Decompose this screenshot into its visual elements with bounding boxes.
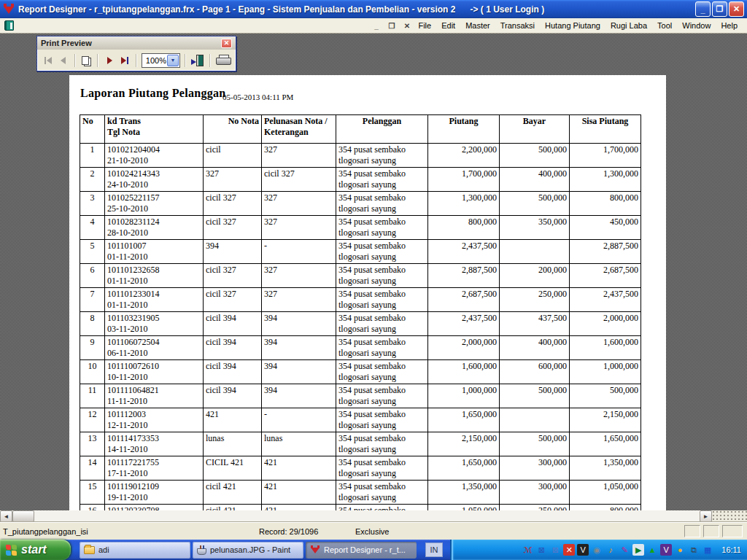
red-scribble-icon[interactable]: ℳ xyxy=(522,544,533,556)
table-row: 9 10110607250406-11-2010 cicil 394 394 3… xyxy=(80,336,641,360)
restore-button[interactable]: ❐ xyxy=(712,1,727,17)
last-page-button[interactable] xyxy=(118,52,131,69)
close-preview-button[interactable] xyxy=(190,52,205,69)
cell-nonota: cicil 327 xyxy=(204,216,262,240)
cell-sisa: 1,700,000 xyxy=(570,144,641,168)
cell-piutang: 2,000,000 xyxy=(428,336,500,360)
goto-page-button[interactable] xyxy=(80,52,93,69)
scroll-left-button[interactable]: ◄ xyxy=(0,510,12,522)
table-row: 2 10102421434324-10-2010 327 cicil 327 3… xyxy=(80,168,641,192)
previous-page-icon xyxy=(61,57,66,64)
menu-item[interactable]: Help xyxy=(716,19,743,32)
scrollbar-thumb[interactable] xyxy=(12,510,34,522)
taskbar-task-button[interactable]: Report Designer - r_t... xyxy=(306,542,417,559)
cell-bayar: 250,000 xyxy=(500,505,570,511)
cell-nonota: cicil xyxy=(204,144,262,168)
keyboard-icon[interactable]: ▦ xyxy=(702,544,713,556)
cell-nonota: 421 xyxy=(204,408,262,432)
menu-item[interactable]: Tool xyxy=(652,19,677,32)
taskbar: start adi pelunasan.JPG - Paint Report D… xyxy=(0,540,747,560)
cell-no: 2 xyxy=(80,168,105,192)
cell-bayar: 300,000 xyxy=(500,456,570,481)
scroll-right-button[interactable]: ► xyxy=(700,510,712,522)
cell-sisa: 800,000 xyxy=(570,505,641,511)
mdi-close-button[interactable]: ✕ xyxy=(400,20,413,31)
cell-pelunasan: cicil 327 xyxy=(262,168,336,192)
system-tray: ℳ⊠⊠✕V◉♪✎▶▲V●⧉▦ 16:11 xyxy=(450,540,747,560)
menu-item[interactable]: Transaksi xyxy=(495,19,540,32)
column-header-sisa: Sisa Piutang xyxy=(570,115,641,144)
mdi-restore-button[interactable]: ❐ xyxy=(385,20,398,31)
cell-pelunasan: 327 xyxy=(262,144,336,168)
menu-item[interactable]: Master xyxy=(460,19,495,32)
cell-pelanggan: 354 pusat sembakotlogosari sayung xyxy=(336,168,428,192)
minimize-button[interactable]: _ xyxy=(695,1,711,17)
print-preview-close-button[interactable]: ✕ xyxy=(221,39,232,48)
cell-kdtrans: 10110100701-11-2010 xyxy=(105,240,204,264)
print-preview-titlebar[interactable]: Print Preview ✕ xyxy=(37,36,236,50)
close-preview-door-icon xyxy=(191,55,204,66)
toolbar-separator xyxy=(97,54,98,67)
cell-no: 13 xyxy=(80,432,105,456)
cell-kdtrans: 10111106482111-11-2010 xyxy=(105,384,204,408)
report-timestamp: 05-05-2013 04:11 PM xyxy=(222,93,293,101)
database-play-icon[interactable]: ▶ xyxy=(632,544,644,556)
resize-grip[interactable] xyxy=(712,510,747,522)
scrollbar-track[interactable] xyxy=(34,510,700,522)
pen-icon[interactable]: ✎ xyxy=(619,544,630,556)
dual-monitor-icon[interactable]: ⧉ xyxy=(688,544,700,556)
table-row: 16 10112023070820-11-2010 cicil 421 421 … xyxy=(80,505,641,511)
menu-item[interactable]: File xyxy=(413,19,436,32)
menu-item[interactable]: Hutang Piutang xyxy=(540,19,605,32)
cell-sisa: 2,887,500 xyxy=(570,240,641,264)
cell-pelunasan: 327 xyxy=(262,216,336,240)
cell-piutang: 1,300,000 xyxy=(428,192,500,216)
menu-item[interactable]: Edit xyxy=(436,19,460,32)
print-button[interactable] xyxy=(215,52,231,69)
cell-nonota: cicil 394 xyxy=(204,384,262,408)
yellow-ball-icon[interactable]: ● xyxy=(674,544,686,556)
cell-pelunasan: 327 xyxy=(262,192,336,216)
horizontal-scrollbar[interactable]: ◄ ► xyxy=(0,510,747,522)
zoom-combobox[interactable]: 100% ▼ xyxy=(142,53,180,68)
cell-pelanggan: 354 pusat sembakotlogosari sayung xyxy=(336,192,428,216)
table-row: 7 10110123301401-11-2010 cicil 327 327 3… xyxy=(80,288,641,312)
clock[interactable]: 16:11 xyxy=(721,545,741,554)
cell-no: 1 xyxy=(80,144,105,168)
foxpro-app-icon xyxy=(3,4,15,15)
previous-page-button[interactable] xyxy=(57,52,70,69)
cell-kdtrans: 10102823112428-10-2010 xyxy=(105,216,204,240)
report-table: No kd TransTgl Nota No Nota Pelunasan No… xyxy=(80,114,641,510)
menubar: _ ❐ ✕ FileEditMasterTransaksiHutang Piut… xyxy=(0,18,747,34)
cell-piutang: 800,000 xyxy=(428,216,500,240)
vnc-icon[interactable]: V xyxy=(577,544,589,556)
menu-item[interactable]: Window xyxy=(677,19,716,32)
network-error-icon[interactable]: ⊠ xyxy=(535,544,547,556)
start-button[interactable]: start xyxy=(0,540,71,560)
cell-pelanggan: 354 pusat sembakotlogosari sayung xyxy=(336,240,428,264)
menu-item[interactable]: Rugi Laba xyxy=(605,19,652,32)
chevron-down-icon[interactable]: ▼ xyxy=(167,55,179,66)
cell-piutang: 2,200,000 xyxy=(428,144,500,168)
column-header-piutang: Piutang xyxy=(428,115,500,144)
task-label: adi xyxy=(98,545,109,554)
network-error2-icon[interactable]: ⊠ xyxy=(549,544,561,556)
toolbar-separator xyxy=(136,54,137,67)
cell-no: 12 xyxy=(80,408,105,432)
taskbar-task-button[interactable]: pelunasan.JPG - Paint xyxy=(193,542,303,559)
cell-bayar: 600,000 xyxy=(500,360,570,384)
close-button[interactable]: ✕ xyxy=(729,1,744,17)
cell-nonota: cicil 394 xyxy=(204,312,262,336)
language-indicator[interactable]: IN xyxy=(425,542,443,557)
shield-v-icon[interactable]: V xyxy=(660,544,672,556)
volume-icon[interactable]: ♪ xyxy=(605,544,616,556)
cell-nonota: CICIL 421 xyxy=(204,456,262,481)
security-alert-icon[interactable]: ✕ xyxy=(563,544,575,556)
green-triangle-icon[interactable]: ▲ xyxy=(646,544,658,556)
taskbar-task-button[interactable]: adi xyxy=(80,542,190,559)
gray-dot-icon[interactable]: ◉ xyxy=(591,544,603,556)
first-page-button[interactable] xyxy=(42,52,55,69)
mdi-minimize-button[interactable]: _ xyxy=(370,20,382,31)
next-page-button[interactable] xyxy=(103,52,116,69)
cell-no: 16 xyxy=(80,505,105,511)
